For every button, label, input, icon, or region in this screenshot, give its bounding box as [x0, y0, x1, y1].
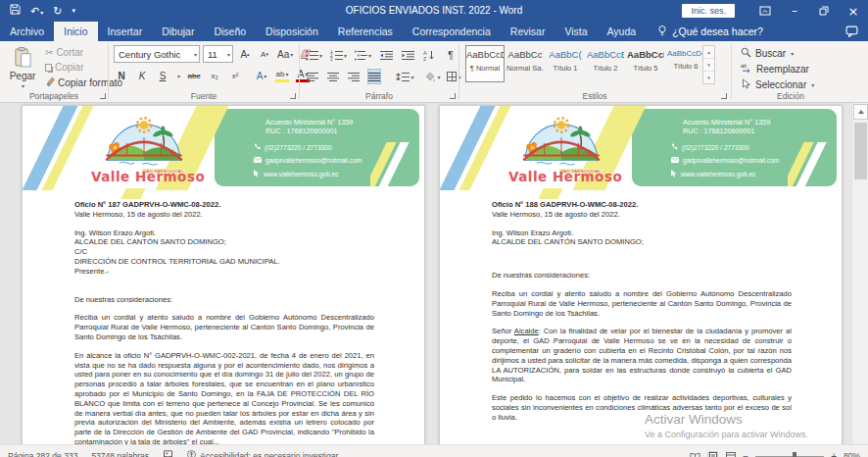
justify-icon[interactable]	[367, 69, 381, 84]
bullets-icon[interactable]: ▾	[306, 47, 322, 63]
copy-button[interactable]: Copiar	[45, 62, 83, 73]
salutation[interactable]: De nuestras consideraciones:	[74, 295, 374, 305]
change-case-button[interactable]: Aa▾	[277, 46, 293, 62]
close-button[interactable]: ×	[839, 0, 868, 22]
highlight-button[interactable]: ab▾	[275, 70, 289, 82]
italic-button[interactable]: K	[135, 68, 149, 83]
comments-icon[interactable]	[845, 22, 858, 41]
style-titulo-2[interactable]: AaBbCcETítulo 2	[586, 45, 625, 82]
proofing-icon[interactable]	[163, 450, 173, 457]
addressee-line[interactable]: Ing. Wilson Erazo Argoti.	[492, 228, 792, 238]
zoom-in-icon[interactable]: +	[831, 451, 837, 457]
web-layout-icon[interactable]	[725, 451, 736, 457]
sort-icon[interactable]: AZ	[422, 47, 436, 63]
tab-archivo[interactable]: Archivo	[0, 22, 54, 41]
pilcrow-icon[interactable]: ¶	[444, 47, 458, 63]
underlined-word[interactable]: Alcalde	[514, 327, 539, 335]
numbering-icon[interactable]: 123▾	[330, 47, 347, 63]
tab-diseno[interactable]: Diseño	[204, 22, 256, 41]
subscript-button[interactable]: x₂	[208, 68, 221, 83]
tab-inicio[interactable]: Inicio	[54, 22, 98, 41]
underline-button[interactable]: S	[156, 68, 169, 83]
select-button[interactable]: Seleccionar▾	[741, 78, 814, 91]
paragraph[interactable]: Reciba un cordial y atento saludo a nomb…	[74, 313, 374, 341]
tab-disposicion[interactable]: Disposición	[256, 22, 328, 41]
restore-button[interactable]	[809, 0, 839, 22]
strikethrough-button[interactable]: abc	[187, 68, 201, 83]
bold-button[interactable]: N	[115, 68, 128, 83]
align-center-icon[interactable]	[326, 69, 340, 84]
paragraph[interactable]: Este pedido lo hacemos con el objetivo d…	[492, 393, 792, 422]
oficio-number[interactable]: Oficio N° 188 GADPRVH-O-WMC-08-2022.	[492, 200, 792, 210]
page-indicator[interactable]: Página 282 de 333	[8, 451, 77, 457]
decrease-indent-icon[interactable]	[379, 47, 393, 63]
addressee-line[interactable]: Ing. Wilson Erazo Argoti.	[74, 228, 374, 238]
addressee-line[interactable]: DIRECCIÓN DE CONTROL TERRITORIAL GAD MUN…	[74, 257, 374, 267]
addressee-line[interactable]: ALCALDE DEL CANTÓN SANTO DOMINGO;	[74, 237, 374, 247]
shading-icon[interactable]: ▾	[424, 69, 440, 84]
page-2[interactable]: Acuerdo Ministerial N° 1359 RUC : 176812…	[439, 105, 843, 444]
accessibility-status[interactable]: Accesibilidad: es necesario investigar	[187, 450, 338, 457]
dialog-launcher-icon[interactable]	[100, 93, 106, 99]
tab-insertar[interactable]: Insertar	[98, 22, 153, 41]
letter-date[interactable]: Valle Hermoso, 15 de agosto del 2022.	[74, 210, 374, 220]
superscript-button[interactable]: x²	[228, 68, 242, 83]
tab-revisar[interactable]: Revisar	[501, 22, 555, 41]
paragraph[interactable]: Señor Alcalde: Con la finalidad de velar…	[492, 327, 792, 384]
addressee-line[interactable]: C/C	[74, 247, 374, 257]
letter-body[interactable]: Oficio N° 187 GADPRVH-O-WMC-08-2022. Val…	[74, 200, 374, 444]
addressee-line[interactable]: ALCALDE DEL CANTÓN SANTO DOMINGO;	[492, 237, 792, 247]
tell-me-box[interactable]: ¿Qué desea hacer?	[657, 22, 763, 41]
tab-ayuda[interactable]: Ayuda	[598, 22, 647, 41]
align-right-icon[interactable]	[347, 69, 361, 84]
paragraph[interactable]: Reciba un cordial y atento saludo a nomb…	[492, 289, 792, 318]
salutation[interactable]: De nuestras consideraciones:	[492, 271, 792, 280]
font-family-combo[interactable]: Century Gothic▾	[114, 45, 200, 63]
text-effects-button[interactable]: A▾	[255, 68, 268, 83]
style-normal[interactable]: AaBbCcD¶ Normal	[465, 45, 505, 82]
paragraph[interactable]: En alcance la oficio N° GADPRVH-O-WMC-00…	[74, 351, 374, 444]
zoom-level[interactable]: 80%	[844, 451, 860, 457]
tab-correspondencia[interactable]: Correspondencia	[403, 22, 501, 41]
font-size-combo[interactable]: 11▾	[203, 45, 233, 63]
styles-scroll-up-icon[interactable]: ▴	[703, 46, 714, 58]
grow-font-button[interactable]: A▴	[238, 46, 252, 62]
page-1[interactable]: Acuerdo Ministerial N° 1359 RUC : 176812…	[22, 105, 425, 444]
tab-dibujar[interactable]: Dibujar	[152, 22, 204, 41]
read-mode-icon[interactable]	[690, 451, 700, 457]
replace-button[interactable]: ab Reemplazar	[741, 63, 809, 76]
paste-button[interactable]: Pegar ▾	[4, 44, 41, 97]
tab-vista[interactable]: Vista	[555, 22, 597, 41]
style-titulo-5[interactable]: AaBbCcITítulo 5	[626, 45, 665, 82]
addressee-line[interactable]: Presente.-	[74, 267, 374, 277]
zoom-out-icon[interactable]: −	[743, 451, 748, 457]
increase-indent-icon[interactable]	[401, 47, 414, 63]
letter-date[interactable]: Valle Hermoso, 15 de agosto del 2022.	[492, 210, 792, 220]
ribbon-display-options-icon[interactable]	[750, 0, 780, 22]
scroll-up-icon[interactable]	[853, 104, 868, 120]
multilevel-list-icon[interactable]: ▾	[355, 47, 371, 63]
print-layout-icon[interactable]	[707, 451, 718, 457]
oficio-number[interactable]: Oficio N° 187 GADPRVH-O-WMC-08-2022.	[74, 200, 374, 210]
dialog-launcher-icon[interactable]	[721, 93, 727, 99]
zoom-slider[interactable]	[755, 456, 824, 457]
find-button[interactable]: Buscar▾	[741, 47, 794, 60]
styles-scroll-down-icon[interactable]: ▾	[703, 58, 714, 71]
cut-button[interactable]: ✂Cortar	[45, 47, 83, 58]
vertical-scrollbar[interactable]	[851, 103, 868, 444]
word-count[interactable]: 53748 palabras	[91, 451, 149, 457]
sign-in-button[interactable]: Inic. ses.	[682, 4, 735, 18]
zoom-slider-thumb[interactable]	[793, 452, 796, 457]
shrink-font-button[interactable]: A▾	[258, 46, 271, 62]
line-spacing-icon[interactable]: ↕▾	[394, 69, 413, 84]
styles-more-icon[interactable]: ▾	[703, 71, 714, 83]
minimize-button[interactable]: –	[780, 0, 809, 22]
style-titulo-1[interactable]: AaBbC(Título 1	[546, 45, 585, 82]
style-titulo-6[interactable]: AaBbCcDcTítulo 6	[666, 45, 705, 82]
style-normal-sa[interactable]: AaBbCcNormal Sa...	[506, 45, 545, 82]
tab-referencias[interactable]: Referencias	[328, 22, 403, 41]
letter-body[interactable]: Oficio N° 188 GADPRVH-O-WMC-08-2022. Val…	[492, 200, 792, 444]
dialog-launcher-icon[interactable]	[290, 93, 296, 99]
align-left-icon[interactable]	[306, 69, 319, 84]
scrollbar-thumb[interactable]	[854, 123, 867, 179]
